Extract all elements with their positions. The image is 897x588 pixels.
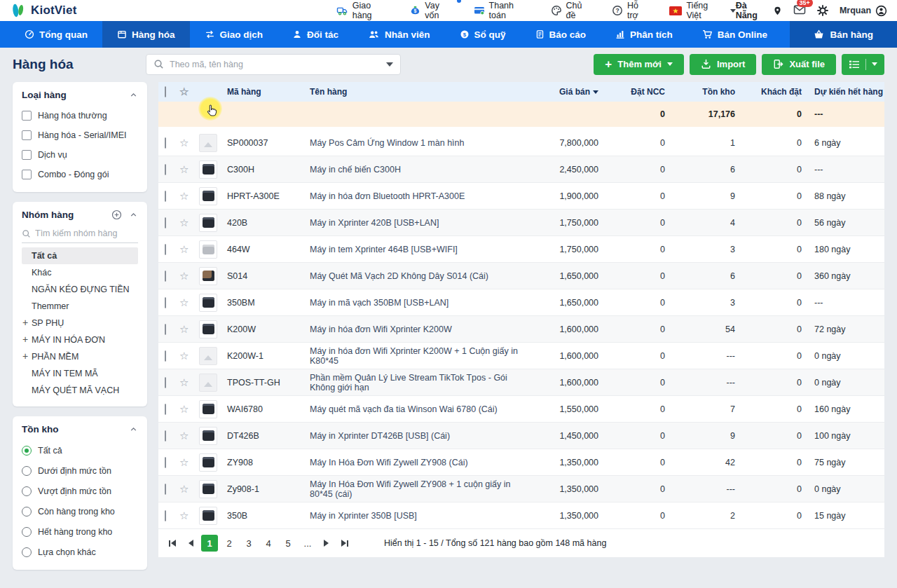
group-item[interactable]: NGĂN KÉO ĐỰNG TIỀN bbox=[22, 281, 138, 298]
column-header-due[interactable]: Dự kiến hết hàng bbox=[802, 87, 884, 97]
table-row[interactable]: ☆ 350B Máy in Xprinter 350B [USB] 1,350,… bbox=[158, 502, 884, 529]
topbar-link-support[interactable]: ? Hỗ trợ bbox=[612, 1, 651, 20]
column-header-name[interactable]: Tên hàng bbox=[310, 87, 528, 97]
page-button-...[interactable]: ... bbox=[299, 535, 316, 552]
nav-item-giao-dich[interactable]: Giao dịch bbox=[190, 21, 278, 48]
group-item[interactable]: MÁY IN TEM MÃ bbox=[22, 365, 138, 382]
notifications-button[interactable]: 35+ bbox=[793, 4, 806, 17]
table-row[interactable]: ☆ C300H Máy in chế biến C300H 2,450,000 … bbox=[158, 156, 884, 183]
stock-option[interactable]: Hết hàng trong kho bbox=[22, 521, 138, 542]
favorite-star-icon[interactable]: ☆ bbox=[179, 190, 199, 203]
row-checkbox[interactable] bbox=[165, 244, 166, 255]
table-row[interactable]: ☆ TPOS-TT-GH Phần mềm Quản Lý Live Strea… bbox=[158, 369, 884, 396]
radio-button[interactable] bbox=[22, 527, 32, 537]
group-item[interactable]: MÁY QUÉT MÃ VẠCH bbox=[22, 382, 138, 399]
table-row[interactable]: ☆ S014 Máy Quét Mã Vạch 2D Không Dây S01… bbox=[158, 263, 884, 289]
topbar-link-delivery[interactable]: Giao hàng bbox=[336, 1, 392, 20]
favorite-star-icon[interactable]: ☆ bbox=[179, 456, 199, 469]
chevron-up-icon[interactable] bbox=[129, 90, 138, 100]
import-button[interactable]: Import bbox=[690, 54, 756, 75]
favorite-star-icon[interactable]: ☆ bbox=[179, 270, 199, 282]
prev-page-button[interactable] bbox=[182, 540, 200, 547]
topbar-link-loan[interactable]: $ Vay vốn bbox=[410, 1, 455, 20]
row-checkbox[interactable] bbox=[165, 377, 166, 388]
radio-button[interactable] bbox=[22, 446, 32, 456]
favorite-star-icon[interactable]: ☆ bbox=[179, 296, 199, 309]
group-item[interactable]: +SP PHỤ bbox=[22, 315, 138, 331]
expand-plus-icon[interactable]: + bbox=[20, 350, 30, 362]
favorite-star-icon[interactable]: ☆ bbox=[179, 510, 199, 522]
favorite-star-icon[interactable]: ☆ bbox=[179, 163, 199, 176]
stock-option[interactable]: Còn hàng trong kho bbox=[22, 501, 138, 521]
table-row[interactable]: ☆ 350BM Máy in mã vạch 350BM [USB+LAN] 1… bbox=[158, 289, 884, 316]
export-button[interactable]: Xuất file bbox=[762, 54, 836, 75]
checkbox[interactable] bbox=[22, 130, 32, 140]
table-row[interactable]: ☆ HPRT-A300E Máy in hóa đơn Bluetooth HP… bbox=[158, 183, 884, 210]
table-row[interactable]: ☆ 464W Máy in tem Xprinter 464B [USB+WIF… bbox=[158, 236, 884, 263]
checkbox[interactable] bbox=[22, 111, 32, 121]
column-header-code[interactable]: Mã hàng bbox=[227, 87, 310, 97]
first-page-button[interactable] bbox=[163, 540, 182, 547]
table-row[interactable]: ☆ K200W Máy in hóa đơn Wifi Xprinter K20… bbox=[158, 316, 884, 343]
radio-button[interactable] bbox=[22, 507, 32, 517]
row-checkbox[interactable] bbox=[165, 457, 166, 468]
table-row[interactable]: ☆ ZY908 Máy In Hóa Đơn Wifi Zywell ZY908… bbox=[158, 449, 884, 476]
row-checkbox[interactable] bbox=[165, 430, 166, 442]
page-button-3[interactable]: 3 bbox=[240, 535, 257, 552]
page-button-2[interactable]: 2 bbox=[221, 535, 238, 552]
radio-button[interactable] bbox=[22, 466, 32, 476]
favorite-star-icon[interactable]: ☆ bbox=[179, 483, 199, 495]
row-checkbox[interactable] bbox=[165, 191, 166, 202]
row-checkbox[interactable] bbox=[165, 271, 166, 282]
expand-plus-icon[interactable]: + bbox=[20, 334, 30, 345]
expand-plus-icon[interactable]: + bbox=[20, 317, 30, 328]
page-button-1[interactable]: 1 bbox=[201, 535, 218, 552]
group-item[interactable]: +PHẦN MỀM bbox=[22, 348, 138, 365]
nav-item-bao-cao[interactable]: Báo cáo bbox=[521, 21, 601, 48]
column-header-stock[interactable]: Tồn kho bbox=[665, 87, 735, 97]
column-header-price[interactable]: Giá bán bbox=[528, 87, 598, 97]
row-checkbox[interactable] bbox=[165, 137, 166, 149]
kiotviet-logo[interactable]: KiotViet bbox=[10, 2, 149, 19]
group-item[interactable]: Tất cả bbox=[22, 247, 138, 264]
row-checkbox[interactable] bbox=[165, 404, 166, 415]
next-page-button[interactable] bbox=[317, 540, 335, 547]
nav-item-tong-quan[interactable]: Tổng quan bbox=[10, 21, 102, 48]
topbar-link-payment[interactable]: Thanh toán bbox=[474, 1, 533, 20]
nav-item-nhan-vien[interactable]: Nhân viên bbox=[353, 21, 445, 48]
stock-option[interactable]: Tất cả bbox=[22, 440, 138, 460]
favorite-star-icon[interactable]: ☆ bbox=[179, 323, 199, 336]
row-checkbox[interactable] bbox=[165, 297, 166, 308]
favorite-star-icon[interactable]: ☆ bbox=[179, 430, 199, 442]
user-menu[interactable]: Mrquan bbox=[840, 5, 887, 17]
language-selector[interactable]: Tiếng Việt bbox=[669, 1, 735, 20]
favorite-star-icon[interactable]: ☆ bbox=[179, 376, 199, 389]
star-column-header-icon[interactable]: ☆ bbox=[179, 86, 199, 98]
sell-button[interactable]: Bán hàng bbox=[790, 21, 897, 48]
nav-item-ban-online[interactable]: Bán Online bbox=[687, 21, 782, 48]
row-checkbox[interactable] bbox=[165, 217, 166, 228]
table-row[interactable]: ☆ Zy908-1 Máy In Hóa Đơn Wifi Zywell ZY9… bbox=[158, 476, 884, 502]
topbar-link-theme[interactable]: Chủ đề bbox=[551, 1, 594, 20]
row-checkbox[interactable] bbox=[165, 350, 166, 362]
favorite-star-icon[interactable]: ☆ bbox=[179, 403, 199, 416]
category-option[interactable]: Hàng hóa - Serial/IMEI bbox=[22, 125, 138, 145]
add-group-icon[interactable] bbox=[111, 210, 122, 220]
last-page-button[interactable] bbox=[335, 540, 355, 547]
column-header-customer-order[interactable]: Khách đặt bbox=[735, 87, 802, 97]
row-checkbox[interactable] bbox=[165, 164, 166, 175]
branch-selector[interactable]: Đà Nẵng bbox=[736, 1, 782, 20]
stock-option[interactable]: Lựa chọn khác bbox=[22, 542, 138, 562]
radio-button[interactable] bbox=[22, 547, 32, 557]
nav-item-hang-hoa[interactable]: Hàng hóa bbox=[102, 21, 190, 48]
search-options-caret[interactable] bbox=[386, 62, 393, 67]
table-row[interactable]: ☆ SP000037 Máy Pos Cảm Ứng Window 1 màn … bbox=[158, 130, 884, 156]
favorite-star-icon[interactable]: ☆ bbox=[179, 137, 199, 149]
table-row[interactable]: ☆ 420B Máy in Xprinter 420B [USB+LAN] 1,… bbox=[158, 210, 884, 236]
radio-button[interactable] bbox=[22, 486, 32, 496]
favorite-star-icon[interactable]: ☆ bbox=[179, 217, 199, 229]
row-checkbox[interactable] bbox=[165, 510, 166, 521]
table-row[interactable]: ☆ DT426B Máy in Xprinter DT426B [USB] (C… bbox=[158, 423, 884, 449]
gear-icon[interactable] bbox=[817, 5, 828, 16]
add-new-button[interactable]: + Thêm mới bbox=[594, 54, 684, 75]
